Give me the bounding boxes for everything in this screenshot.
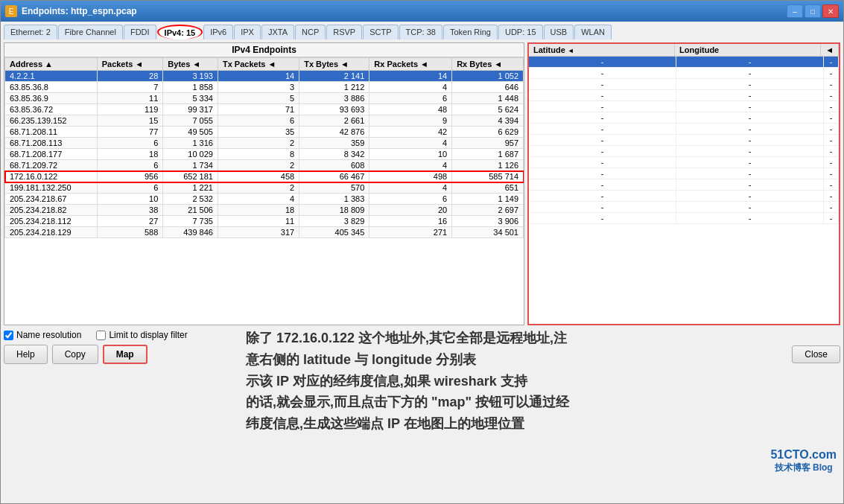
geo-lon: - xyxy=(676,135,824,145)
cell-bytes: 1 734 xyxy=(163,160,218,171)
cell-bytes: 10 029 xyxy=(163,149,218,160)
geo-lon: - xyxy=(676,202,824,212)
tab-sctp[interactable]: SCTP xyxy=(363,25,398,39)
geo-row: --- xyxy=(529,191,839,202)
table-row[interactable]: 66.235.139.152157 05562 66194 394 xyxy=(5,115,524,127)
title-buttons: – □ ✕ xyxy=(787,4,839,18)
app-icon: E xyxy=(5,5,17,17)
col-header-tx_packets[interactable]: Tx Packets ◄ xyxy=(218,58,299,71)
geo-lat: - xyxy=(529,112,676,123)
tab-tcp[interactable]: TCP: 38 xyxy=(399,25,442,39)
name-resolution-checkbox[interactable] xyxy=(4,331,13,340)
cell-packets: 7 xyxy=(97,82,163,93)
geo-lon: - xyxy=(676,213,824,223)
cell-bytes: 652 181 xyxy=(163,171,218,182)
col-header-packets[interactable]: Packets ◄ xyxy=(97,58,163,71)
cell-packets: 15 xyxy=(97,115,163,127)
limit-filter-checkbox[interactable] xyxy=(96,331,106,340)
tab-usb[interactable]: USB xyxy=(544,25,574,39)
table-row[interactable]: 68.71.209.7261 734260841 126 xyxy=(5,160,524,171)
table-row[interactable]: 68.71.208.1771810 02988 342101 687 xyxy=(5,149,524,160)
geo-arrow: - xyxy=(824,101,839,112)
tab-ipv4[interactable]: IPv4: 15 xyxy=(157,25,203,39)
geo-lat: - xyxy=(529,168,676,179)
copy-button[interactable]: Copy xyxy=(52,345,98,364)
cell-packets: 588 xyxy=(97,227,163,238)
table-row[interactable]: 63.85.36.7211999 3177193 693485 624 xyxy=(5,104,524,115)
table-row[interactable]: 63.85.36.871 85831 2124646 xyxy=(5,82,524,93)
geo-arrow: - xyxy=(824,146,839,156)
cell-address: 63.85.36.9 xyxy=(5,93,98,104)
cell-packets: 6 xyxy=(97,182,163,194)
watermark-line2: 技术博客 Blog xyxy=(770,462,837,474)
geo-lon: - xyxy=(676,124,824,134)
cell-rx_packets: 4 xyxy=(369,160,452,171)
geo-lon: - xyxy=(676,57,824,67)
cell-tx_bytes: 8 342 xyxy=(299,149,369,160)
cell-bytes: 1 316 xyxy=(163,138,218,149)
table-row[interactable]: 68.71.208.117749 5053542 876426 629 xyxy=(5,127,524,138)
geo-arrow: - xyxy=(824,68,839,78)
table-row[interactable]: 68.71.208.11361 31623594957 xyxy=(5,138,524,149)
table-scroll[interactable]: Address ▲Packets ◄Bytes ◄Tx Packets ◄Tx … xyxy=(4,57,524,325)
tab-ipx[interactable]: IPX xyxy=(234,25,261,39)
geo-lon: - xyxy=(676,146,824,156)
help-button[interactable]: Help xyxy=(4,345,48,364)
col-header-address[interactable]: Address ▲ xyxy=(5,58,98,71)
table-row[interactable]: 205.234.218.129588439 846317405 34527134… xyxy=(5,227,524,238)
cell-packets: 956 xyxy=(97,171,163,182)
tab-rsvp[interactable]: RSVP xyxy=(326,25,362,39)
col-header-rx_packets[interactable]: Rx Packets ◄ xyxy=(369,58,452,71)
geo-arrow: - xyxy=(824,202,839,212)
tab-ipv6[interactable]: IPv6 xyxy=(203,25,233,39)
cell-address: 63.85.36.8 xyxy=(5,82,98,93)
tab-udp[interactable]: UDP: 15 xyxy=(498,25,543,39)
tab-wlan[interactable]: WLAN xyxy=(574,25,612,39)
tab-tokenring[interactable]: Token Ring xyxy=(443,25,498,39)
limit-filter-checkbox-label[interactable]: Limit to display filter xyxy=(96,330,187,340)
col-header-bytes[interactable]: Bytes ◄ xyxy=(163,58,218,71)
table-row[interactable]: 205.234.218.112277 735113 829163 906 xyxy=(5,216,524,227)
cell-rx_bytes: 1 052 xyxy=(452,71,524,82)
tab-jxta[interactable]: JXTA xyxy=(261,25,294,39)
tab-fddi[interactable]: FDDI xyxy=(124,25,156,39)
col-header-tx_bytes[interactable]: Tx Bytes ◄ xyxy=(299,58,369,71)
table-row[interactable]: 199.181.132.25061 22125704651 xyxy=(5,182,524,194)
table-row[interactable]: 205.234.218.823821 5061818 809202 697 xyxy=(5,205,524,216)
geo-lat: - xyxy=(529,213,676,223)
cell-address: 205.234.218.112 xyxy=(5,216,98,227)
tab-ncp[interactable]: NCP xyxy=(295,25,326,39)
cell-address: 63.85.36.72 xyxy=(5,104,98,115)
minimize-button[interactable]: – xyxy=(787,4,803,18)
name-resolution-checkbox-label[interactable]: Name resolution xyxy=(4,330,81,340)
cell-bytes: 3 193 xyxy=(163,71,218,82)
geo-row: --- xyxy=(529,146,839,157)
table-row[interactable]: 172.16.0.122956652 18145866 467498585 71… xyxy=(5,171,524,182)
close-window-button[interactable]: ✕ xyxy=(822,4,839,18)
cell-rx_packets: 42 xyxy=(369,127,452,138)
cell-address: 4.2.2.1 xyxy=(5,71,98,82)
cell-rx_packets: 271 xyxy=(369,227,452,238)
tab-ethernet[interactable]: Ethernet: 2 xyxy=(4,25,57,39)
geo-arrow: - xyxy=(824,157,839,168)
cell-bytes: 7 055 xyxy=(163,115,218,127)
geo-lon: - xyxy=(676,191,824,201)
close-button[interactable]: Close xyxy=(792,345,840,363)
table-row[interactable]: 63.85.36.9115 33453 88661 448 xyxy=(5,93,524,104)
cell-address: 68.71.208.11 xyxy=(5,127,98,138)
geo-lon: - xyxy=(676,157,824,168)
cell-packets: 18 xyxy=(97,149,163,160)
cell-address: 205.234.218.67 xyxy=(5,194,98,205)
geo-arrow: - xyxy=(824,213,839,223)
table-row[interactable]: 4.2.2.1283 193142 141141 052 xyxy=(5,71,524,82)
cell-rx_packets: 498 xyxy=(369,171,452,182)
maximize-button[interactable]: □ xyxy=(805,4,821,18)
geo-rows: ----------------------------------------… xyxy=(529,57,839,324)
tab-fibre[interactable]: Fibre Channel xyxy=(58,25,123,39)
map-button[interactable]: Map xyxy=(103,345,147,364)
table-row[interactable]: 205.234.218.67102 53241 38361 149 xyxy=(5,194,524,205)
geo-lat-header: Latitude ◄ xyxy=(529,44,675,56)
watermark-line1: 51CTO.com xyxy=(770,448,837,462)
col-header-rx_bytes[interactable]: Rx Bytes ◄ xyxy=(452,58,524,71)
cell-tx_packets: 8 xyxy=(218,149,299,160)
